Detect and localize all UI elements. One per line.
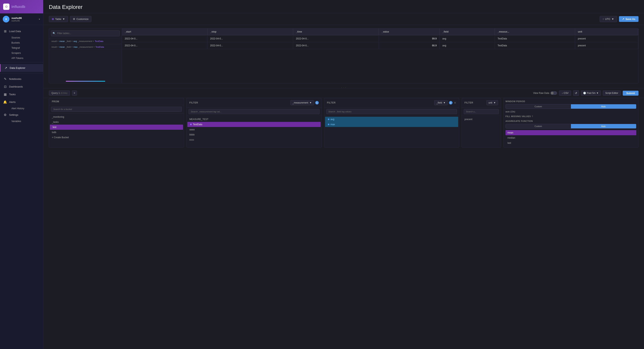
field-item-max[interactable]: max	[325, 122, 458, 127]
main-header: Data Explorer	[43, 0, 644, 13]
clock-icon: ↑	[603, 18, 604, 21]
view-raw-toggle-switch[interactable]	[550, 91, 557, 95]
field-item-avg[interactable]: avg	[325, 117, 458, 122]
cell-unit-2: precent	[575, 42, 638, 49]
toggle-knob	[551, 92, 554, 95]
filter-field-panel: Filter _field ▼ 2 ✕ avg max	[324, 98, 459, 148]
agg-custom-tab[interactable]: Custom	[506, 124, 571, 128]
submit-button[interactable]: Submit	[623, 91, 638, 96]
bucket-item-monitoring[interactable]: _monitoring	[49, 114, 184, 120]
table-view-button[interactable]: ⊞ Table ▼	[49, 16, 68, 22]
view-raw-toggle: View Raw Data	[533, 91, 557, 95]
sidebar-item-dashboards[interactable]: ⊡ Dashboards	[0, 83, 43, 91]
measurement-field-selector[interactable]: _measurement ▼	[290, 100, 314, 105]
col-time: _time	[293, 28, 379, 35]
table-row-item-1[interactable]: result = mean _field = avg _measurement …	[49, 39, 122, 44]
user-name: xuehu96	[12, 17, 36, 20]
agg-item-last[interactable]: last	[506, 140, 636, 146]
window-period-tab-group: Custom Auto	[506, 104, 636, 109]
add-query-button[interactable]: +	[72, 91, 77, 96]
agg-auto-tab[interactable]: Auto	[571, 124, 636, 128]
query-1-tab[interactable]: Query 1 (0.04s)	[49, 91, 70, 96]
script-editor-button[interactable]: Script Editor	[603, 91, 621, 96]
filter-field-close[interactable]: ✕	[454, 101, 456, 105]
measurement-item-aaaa[interactable]: aaaa	[186, 127, 321, 132]
help-icon: ?	[532, 115, 533, 118]
table-dropdown-icon: ▼	[62, 18, 65, 21]
measurement-item-measure-test[interactable]: MEASURE_TEST	[186, 117, 321, 122]
measurement-item-bbbb[interactable]: bbbb	[186, 132, 321, 137]
agg-item-mean[interactable]: mean	[506, 130, 636, 135]
sidebar-item-load-data[interactable]: ⊞ Load Data	[0, 28, 43, 35]
data-explorer-icon: ↗	[4, 66, 8, 70]
sidebar-item-settings[interactable]: ⚙ Settings	[0, 111, 43, 119]
sidebar-item-tasks[interactable]: ▦ Tasks	[0, 91, 43, 98]
unit-item-precent[interactable]: precent	[462, 117, 501, 122]
customize-button[interactable]: ⚙ Customize	[70, 16, 92, 22]
logo[interactable]: ⬡ influxdb	[0, 0, 43, 14]
utc-button[interactable]: ↑ UTC ▼	[600, 16, 617, 22]
sidebar-item-scrapers[interactable]: Scrapers	[9, 51, 43, 56]
create-bucket-button[interactable]: + Create Bucket	[49, 135, 184, 140]
field-search-input[interactable]	[326, 109, 457, 114]
cell-time-1: 2022-04-0...	[293, 35, 379, 42]
time-range-button[interactable]: 🕐 Past 5m ▼	[581, 91, 601, 96]
filter-unit-search	[462, 108, 501, 116]
from-panel-search	[49, 105, 184, 114]
page-title: Data Explorer	[49, 4, 638, 10]
window-custom-tab[interactable]: Custom	[506, 104, 571, 109]
measurement-item-cccc[interactable]: cccc	[186, 137, 321, 142]
settings-subnav: Variables	[0, 119, 43, 124]
cell-value-2: 66.9	[379, 42, 440, 49]
window-period-panel: WINDOW PERIOD Custom Auto auto (10s) Fil…	[503, 98, 638, 148]
filter-measurement-search	[186, 108, 321, 116]
sidebar-item-alerts[interactable]: 🔔 Alerts	[0, 98, 43, 106]
bucket-search-input[interactable]	[51, 107, 182, 112]
bucket-item-tasks[interactable]: _tasks	[49, 120, 184, 125]
sidebar-item-sources[interactable]: Sources	[9, 35, 43, 40]
save-as-button[interactable]: ↗ Save As	[619, 16, 638, 22]
measurement-search-input[interactable]	[188, 109, 319, 114]
col-measurement: _measur...	[495, 28, 575, 35]
sidebar: ⬡ influxdb X xuehu96 xuehu96 ▼ ⊞ Load Da…	[0, 0, 43, 349]
table-grid-icon: ⊞	[52, 18, 54, 21]
window-auto-tab[interactable]: Auto	[571, 104, 636, 109]
csv-button[interactable]: ↓ CSV	[559, 91, 571, 96]
resize-handle[interactable]: • • •	[43, 87, 644, 88]
bucket-item-tsdb[interactable]: tsdb	[49, 130, 184, 135]
filter-measurement-badge: 1	[315, 101, 319, 105]
table-row-item-2[interactable]: result = mean _field = max _measurement …	[49, 44, 122, 50]
filter-tables-input[interactable]	[51, 30, 120, 36]
data-table: _start _stop _time _value _field _measur…	[122, 28, 638, 49]
clock-icon: 🕐	[583, 92, 586, 95]
bucket-item-test[interactable]: test	[50, 125, 183, 130]
refresh-button[interactable]: ↺	[573, 90, 579, 96]
alerts-icon: 🔔	[3, 100, 7, 104]
sidebar-item-buckets[interactable]: Buckets	[9, 40, 43, 45]
agg-item-median[interactable]: median	[506, 135, 636, 140]
measurement-item-testdata[interactable]: TestData	[187, 122, 320, 127]
sidebar-item-api-tokens[interactable]: API Tokens	[9, 56, 43, 61]
filter-measurement-panel: Filter _measurement ▼ 1 MEASURE_TEST Tes…	[186, 98, 322, 148]
cell-time-2: 2022-04-0...	[293, 42, 379, 49]
sidebar-item-alert-history[interactable]: Alert History	[9, 106, 43, 111]
selected-dot-blue2	[328, 124, 330, 125]
chevron-down-icon: ▼	[38, 18, 40, 20]
selected-dot-blue	[328, 119, 330, 120]
sidebar-item-notebooks[interactable]: ✎ Notebooks	[0, 75, 43, 83]
unit-field-selector[interactable]: unit ▼	[486, 100, 498, 105]
cell-field-2: avg	[440, 42, 495, 49]
field-field-selector[interactable]: _field ▼	[434, 100, 448, 105]
auto-period-text: auto (10s)	[506, 110, 636, 113]
gear-icon: ⚙	[73, 18, 75, 21]
selected-dot	[190, 124, 192, 125]
sidebar-item-variables[interactable]: Variables	[9, 119, 43, 124]
filter-field-items: avg max	[324, 116, 459, 128]
sidebar-item-data-explorer[interactable]: ↗ Data Explorer	[0, 64, 43, 72]
nav: ⊞ Load Data Sources Buckets Telegraf Scr…	[0, 25, 43, 349]
tasks-icon: ▦	[3, 93, 7, 96]
user-menu[interactable]: X xuehu96 xuehu96 ▼	[0, 14, 43, 25]
unit-search-input[interactable]	[464, 109, 499, 114]
sidebar-item-telegraf[interactable]: Telegraf	[9, 45, 43, 51]
agg-tab-group: Custom Auto	[506, 124, 636, 129]
